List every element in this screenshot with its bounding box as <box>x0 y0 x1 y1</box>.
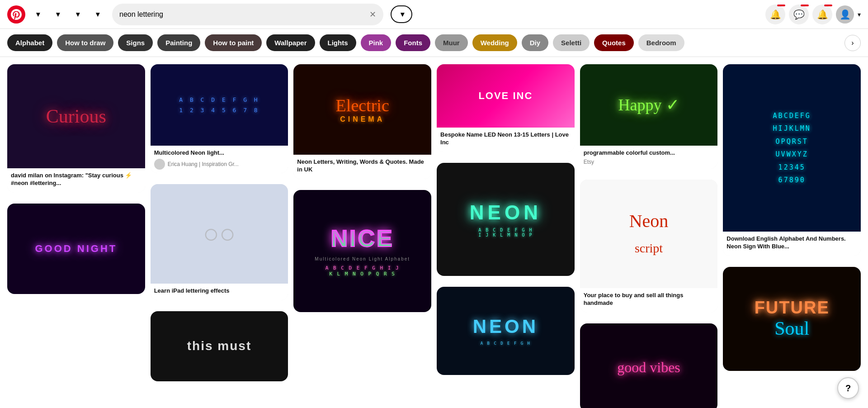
pinterest-logo[interactable] <box>7 5 25 24</box>
category-pill-muur[interactable]: Muur <box>435 34 468 51</box>
pin-card[interactable]: good vibes <box>580 323 718 408</box>
pin-card[interactable]: NeonscriptYour place to buy and sell all… <box>580 180 718 313</box>
category-pill-diy[interactable]: Diy <box>522 34 548 51</box>
category-pill-how-to-paint[interactable]: How to paint <box>205 34 262 51</box>
updates-icon: 🔔 <box>817 9 828 20</box>
pin-card[interactable]: LOVE INCBespoke Name LED Neon 13-15 Lett… <box>437 64 575 152</box>
messages-badge <box>801 5 809 6</box>
pin-column-1: A B C D E F G H1 2 3 4 5 6 7 8Multicolor… <box>151 64 288 387</box>
pin-card[interactable]: this must <box>151 311 288 381</box>
pin-info: david milan on Instagram: "Stay curious … <box>7 168 145 193</box>
category-pill-wedding[interactable]: Wedding <box>472 34 517 51</box>
pin-info: Multicolored Neon light...Erica Huang | … <box>151 146 288 173</box>
pin-column-3: LOVE INCBespoke Name LED Neon 13-15 Lett… <box>437 64 575 380</box>
all-pins-dropdown[interactable]: ▾ <box>391 5 412 23</box>
pin-author: Erica Huang | Inspiration Gr... <box>154 159 285 170</box>
pin-column-2: ElectricCINEMANeon Letters, Writing, Wor… <box>293 64 431 318</box>
main-content: Curiousdavid milan on Instagram: "Stay c… <box>0 57 868 408</box>
pins-grid: Curiousdavid milan on Instagram: "Stay c… <box>7 64 861 408</box>
user-avatar[interactable]: 👤 <box>836 5 854 24</box>
pin-info: Neon Letters, Writing, Words & Quotes. M… <box>293 155 431 179</box>
user-menu-chevron[interactable]: ▾ <box>858 11 861 18</box>
pin-title: Bespoke Name LED Neon 13-15 Letters | Lo… <box>440 131 571 147</box>
pin-subtitle: Etsy <box>584 159 714 165</box>
create-nav[interactable]: ▾ <box>49 6 65 22</box>
category-pill-lights[interactable]: Lights <box>320 34 356 51</box>
header: ▾ ▾ ▾ ▾ ✕ ▾ 🔔 💬 🔔 👤 ▾ <box>0 0 868 29</box>
pin-info: Learn iPad lettering effects <box>151 284 288 300</box>
updates-badge <box>824 5 832 6</box>
pin-info: Download English Alphabet And Numbers. N… <box>723 232 861 256</box>
help-button[interactable]: ? <box>837 377 859 399</box>
category-pill-seletti[interactable]: Seletti <box>553 34 590 51</box>
header-right: 🔔 💬 🔔 👤 ▾ <box>765 5 861 24</box>
category-pill-quotes[interactable]: Quotes <box>594 34 634 51</box>
pin-card[interactable]: ElectricCINEMANeon Letters, Writing, Wor… <box>293 64 431 179</box>
search-input[interactable] <box>119 10 369 19</box>
notifications-button[interactable]: 🔔 <box>765 5 785 24</box>
pin-card[interactable]: Curiousdavid milan on Instagram: "Stay c… <box>7 64 145 193</box>
messages-button[interactable]: 💬 <box>789 5 809 24</box>
category-pill-how-to-draw[interactable]: How to draw <box>57 34 113 51</box>
pin-title: Multicolored Neon light... <box>154 149 285 157</box>
pin-column-4: Happy ✓programmable colorful custom...Et… <box>580 64 718 408</box>
pin-info: Your place to buy and sell all things ha… <box>580 288 718 313</box>
speech-bubble-icon: 💬 <box>793 9 805 20</box>
category-pill-bedroom[interactable]: Bedroom <box>638 34 684 51</box>
category-pill-fonts[interactable]: Fonts <box>396 34 430 51</box>
pin-card[interactable]: Happy ✓programmable colorful custom...Et… <box>580 64 718 169</box>
category-pill-signs[interactable]: Signs <box>118 34 153 51</box>
updates-button[interactable]: 🔔 <box>812 5 832 24</box>
search-clear-button[interactable]: ✕ <box>369 9 376 19</box>
categories-bar: AlphabetHow to drawSignsPaintingHow to p… <box>0 29 868 57</box>
pin-title: Download English Alphabet And Numbers. N… <box>726 235 857 251</box>
search-container: ✕ <box>112 4 383 25</box>
pin-card[interactable]: GOOD NIGHT <box>7 204 145 294</box>
category-pill-pink[interactable]: Pink <box>361 34 392 51</box>
pin-title: programmable colorful custom... <box>584 149 714 157</box>
pin-title: Learn iPad lettering effects <box>154 287 285 295</box>
bell-icon: 🔔 <box>770 9 781 20</box>
author-avatar <box>154 159 165 170</box>
pin-card[interactable]: A B C D E F G H1 2 3 4 5 6 7 8Multicolor… <box>151 64 288 173</box>
author-name: Erica Huang | Inspiration Gr... <box>168 161 239 167</box>
category-pill-wallpaper[interactable]: Wallpaper <box>266 34 315 51</box>
pin-card[interactable]: FUTURESoul <box>723 267 861 371</box>
pin-column-5: ABCDEFGHIJKLMNOPQRSTUVWXYZ1234567890Down… <box>723 64 861 376</box>
category-pill-painting[interactable]: Painting <box>157 34 200 51</box>
pin-title: Your place to buy and sell all things ha… <box>584 292 714 307</box>
pin-card[interactable]: ABCDEFGHIJKLMNOPQRSTUVWXYZ1234567890Down… <box>723 64 861 256</box>
pin-column-0: Curiousdavid milan on Instagram: "Stay c… <box>7 64 145 299</box>
categories-next-arrow[interactable]: › <box>844 35 861 51</box>
pin-card[interactable]: NEONA B C D E F G H <box>437 287 575 375</box>
pin-card[interactable]: ○○Learn iPad lettering effects <box>151 184 288 300</box>
pin-info: Bespoke Name LED Neon 13-15 Letters | Lo… <box>437 128 575 152</box>
pin-title: Neon Letters, Writing, Words & Quotes. M… <box>297 158 428 174</box>
pin-card[interactable]: NEONA B C D E F G HI J K L M N O P <box>437 163 575 276</box>
ads-nav[interactable]: ▾ <box>89 6 105 22</box>
pin-title: david milan on Instagram: "Stay curious … <box>11 172 142 187</box>
notifications-badge <box>777 5 785 6</box>
business-nav[interactable]: ▾ <box>29 6 45 22</box>
analytics-nav[interactable]: ▾ <box>69 6 85 22</box>
pin-info: programmable colorful custom...Etsy <box>580 146 718 169</box>
category-pill-alphabet[interactable]: Alphabet <box>7 34 52 51</box>
pin-card[interactable]: NICEMulticolored Neon Light AlphabetA B … <box>293 190 431 312</box>
